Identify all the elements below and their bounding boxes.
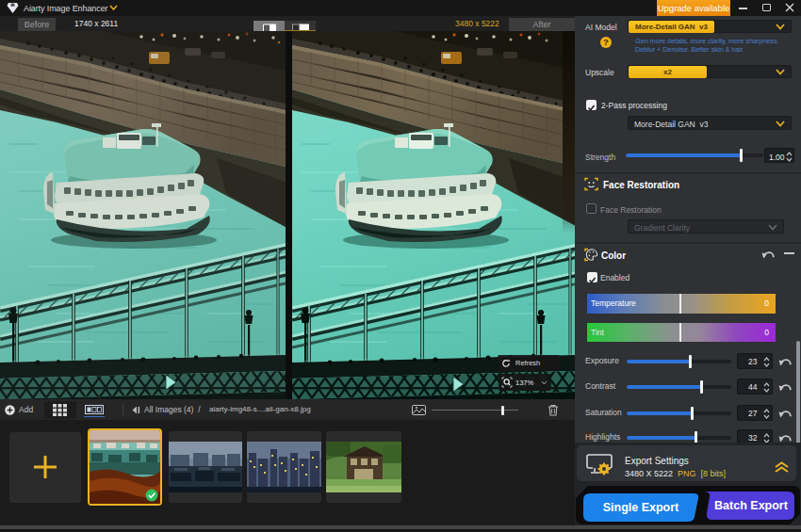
svg-text:Single Export: Single Export	[603, 501, 679, 514]
svg-text:Batch Export: Batch Export	[714, 499, 789, 512]
